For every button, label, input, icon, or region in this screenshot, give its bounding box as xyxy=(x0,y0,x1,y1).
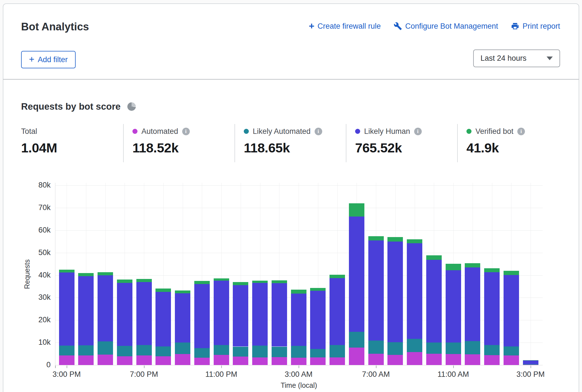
y-grid-line xyxy=(55,365,543,365)
bar-segment-automated xyxy=(465,354,480,365)
y-tick-label: 40k xyxy=(22,271,51,280)
bar-segment-verified-bot xyxy=(349,203,364,217)
bar-segment-verified-bot xyxy=(98,272,113,275)
bar-segment-likely-automated xyxy=(78,345,94,355)
bar-segment-likely-human xyxy=(368,240,384,341)
add-filter-button[interactable]: + Add filter xyxy=(21,51,76,68)
bar-segment-automated xyxy=(194,358,210,365)
y-tick-label: 10k xyxy=(22,338,51,347)
x-grid-line xyxy=(531,183,531,365)
bar-segment-verified-bot xyxy=(465,263,480,267)
bar-segment-likely-human xyxy=(349,217,364,332)
bar-segment-likely-human xyxy=(426,260,442,343)
stat-label: Likely Human xyxy=(364,127,410,136)
bar-segment-verified-bot xyxy=(330,275,345,278)
time-range-select[interactable]: Last 24 hours xyxy=(473,49,560,67)
bar-segment-likely-human xyxy=(523,361,538,364)
bar-segment-likely-human xyxy=(233,285,248,346)
bar-segment-automated xyxy=(233,357,248,365)
bar-segment-likely-human xyxy=(155,292,171,346)
bar-segment-likely-automated xyxy=(291,346,306,358)
print-report-label: Print report xyxy=(522,22,560,31)
bar-segment-verified-bot xyxy=(252,281,268,283)
y-tick-label: 70k xyxy=(22,203,51,212)
configure-bot-management-link[interactable]: Configure Bot Management xyxy=(394,22,498,31)
bar-segment-likely-automated xyxy=(252,346,268,357)
print-report-link[interactable]: Print report xyxy=(511,22,560,31)
page-title: Bot Analytics xyxy=(21,21,89,33)
stat-value: 41.9k xyxy=(466,140,525,156)
bar-segment-likely-human xyxy=(194,284,210,348)
bar-segment-likely-automated xyxy=(194,348,210,358)
axis-tick xyxy=(376,366,376,368)
bar-segment-likely-human xyxy=(117,283,132,346)
bar-segment-likely-automated xyxy=(98,341,113,355)
y-grid-line xyxy=(55,230,543,231)
bar-segment-verified-bot xyxy=(233,282,248,285)
configure-bot-management-label: Configure Bot Management xyxy=(405,22,498,31)
bar-segment-likely-automated xyxy=(59,346,75,355)
y-tick-label: 60k xyxy=(22,226,51,235)
bar-segment-automated xyxy=(310,357,326,365)
stat-label-row: Likely Humani xyxy=(355,127,422,136)
legend-dot xyxy=(355,129,360,134)
bar-segment-likely-human xyxy=(252,283,268,345)
bar-segment-automated xyxy=(330,357,345,365)
create-firewall-rule-link[interactable]: + Create firewall rule xyxy=(309,21,381,31)
bar-segment-verified-bot xyxy=(214,278,229,281)
stat-value: 1.04M xyxy=(21,140,57,156)
legend-dot xyxy=(132,129,137,134)
bar-segment-verified-bot xyxy=(504,271,519,275)
y-tick-label: 80k xyxy=(22,181,51,190)
section-title: Requests by bot score xyxy=(21,101,136,112)
bot-analytics-page: Bot Analytics + Create firewall rule Con… xyxy=(0,0,582,392)
info-icon[interactable]: i xyxy=(414,128,422,135)
bar-segment-verified-bot xyxy=(291,290,306,294)
bar-segment-likely-automated xyxy=(175,343,190,354)
bar-segment-automated xyxy=(252,357,268,365)
info-icon[interactable]: i xyxy=(517,128,525,135)
stat-verified-bot: Verified boti41.9k xyxy=(466,127,525,156)
bar-segment-likely-automated xyxy=(349,332,364,348)
bar-segment-likely-automated xyxy=(368,341,384,354)
x-tick-label: 7:00 AM xyxy=(351,370,401,379)
stat-label-row: Likely Automatedi xyxy=(244,127,322,136)
bar-segment-verified-bot xyxy=(194,281,210,284)
bar-segment-likely-human xyxy=(136,282,152,345)
y-grid-line xyxy=(55,185,543,186)
bar-segment-likely-automated xyxy=(465,341,480,354)
axis-tick xyxy=(299,366,299,368)
bar-segment-likely-human xyxy=(407,243,422,339)
x-tick-label: 11:00 PM xyxy=(196,370,247,379)
y-grid-line xyxy=(55,208,543,208)
bar-segment-verified-bot xyxy=(387,237,403,242)
stat-label-row: Total xyxy=(21,127,57,136)
stat-label-row: Automatedi xyxy=(132,127,190,136)
axis-tick xyxy=(453,366,454,368)
bar-segment-verified-bot xyxy=(59,270,75,272)
bar-segment-automated xyxy=(387,355,403,365)
stat-divider xyxy=(346,124,346,162)
plus-icon: + xyxy=(309,21,314,31)
bar-segment-verified-bot xyxy=(426,255,442,260)
bar-segment-automated xyxy=(484,355,500,365)
info-icon[interactable]: i xyxy=(182,128,190,135)
create-firewall-rule-label: Create firewall rule xyxy=(317,22,381,31)
axis-tick xyxy=(531,366,531,368)
bar-segment-likely-human xyxy=(78,276,94,345)
bar-segment-verified-bot xyxy=(484,268,500,272)
section-title-text: Requests by bot score xyxy=(21,101,121,112)
bar-segment-likely-automated xyxy=(155,346,171,356)
info-icon[interactable]: i xyxy=(315,128,322,135)
stat-automated: Automatedi118.52k xyxy=(132,127,190,156)
stat-label: Verified bot xyxy=(475,127,513,136)
stat-label: Automated xyxy=(141,127,178,136)
bar-segment-verified-bot xyxy=(272,280,287,283)
y-tick-label: 30k xyxy=(22,293,51,302)
y-axis-line xyxy=(55,183,55,367)
bar-segment-likely-human xyxy=(291,294,306,346)
bar-segment-automated xyxy=(78,355,94,365)
bar-segment-likely-automated xyxy=(504,346,519,355)
bar-segment-likely-human xyxy=(504,275,519,346)
bar-segment-automated xyxy=(175,354,190,365)
